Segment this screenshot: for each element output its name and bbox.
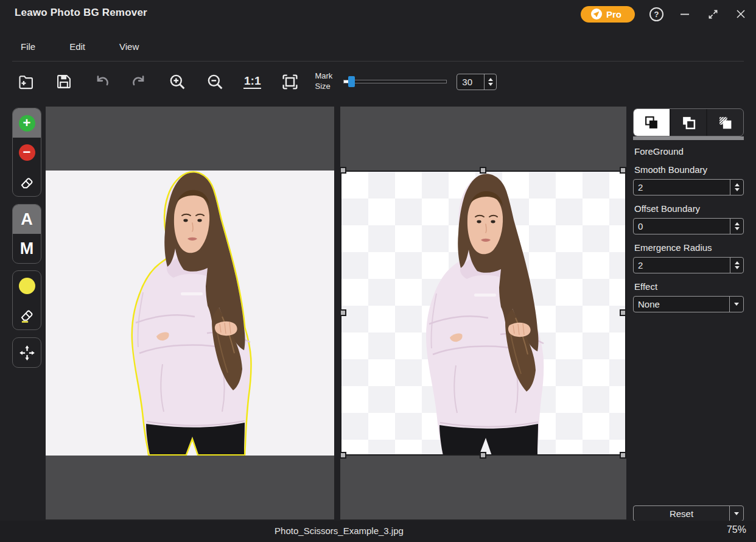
save-icon[interactable] bbox=[55, 72, 73, 91]
slider-track[interactable] bbox=[343, 80, 447, 83]
actual-size-button[interactable]: 1:1 bbox=[243, 72, 261, 91]
reset-button[interactable]: Reset bbox=[633, 505, 744, 521]
keep-marker-button[interactable]: + bbox=[13, 108, 41, 138]
minimize-icon[interactable] bbox=[678, 7, 691, 21]
offset-boundary-input[interactable] bbox=[634, 219, 730, 234]
resize-handle-bottom-left[interactable] bbox=[340, 452, 346, 459]
remove-marker-icon: − bbox=[19, 144, 35, 161]
maximize-icon[interactable] bbox=[706, 7, 719, 21]
reset-dropdown-arrow[interactable] bbox=[729, 506, 743, 521]
menu-edit[interactable]: Edit bbox=[69, 41, 85, 52]
original-image-panel[interactable] bbox=[46, 107, 334, 519]
overlap-tab-icon bbox=[681, 115, 696, 130]
section-title: ForeGround bbox=[634, 146, 744, 157]
emergence-radius-field bbox=[633, 257, 744, 273]
close-icon[interactable] bbox=[734, 7, 747, 21]
emergence-radius-input[interactable] bbox=[634, 258, 730, 273]
smooth-boundary-label: Smooth Boundary bbox=[634, 164, 744, 175]
remove-marker-button[interactable]: − bbox=[13, 138, 41, 167]
pro-label: Pro bbox=[606, 9, 621, 19]
chevron-down-icon bbox=[734, 512, 739, 515]
title-bar: Leawo Photo BG Remover Pro ? bbox=[0, 0, 756, 28]
tab-foreground[interactable] bbox=[634, 109, 670, 136]
photo-subject-with-selection-outline bbox=[125, 171, 259, 456]
tab-background[interactable] bbox=[706, 109, 743, 136]
move-icon bbox=[19, 345, 35, 361]
resize-handle-bottom-middle[interactable] bbox=[480, 452, 486, 459]
smooth-boundary-field bbox=[633, 179, 744, 195]
stepper-up-icon[interactable] bbox=[735, 222, 740, 225]
offset-boundary-label: Offset Boundary bbox=[634, 203, 744, 214]
manual-mode-button[interactable]: M bbox=[13, 234, 41, 263]
preview-image[interactable] bbox=[340, 171, 626, 456]
effect-dropdown[interactable]: None bbox=[633, 296, 744, 312]
stepper-down-icon[interactable] bbox=[735, 227, 740, 230]
mark-size-stepper[interactable] bbox=[484, 74, 496, 90]
app-window: Leawo Photo BG Remover Pro ? bbox=[0, 0, 756, 542]
emergence-radius-stepper[interactable] bbox=[730, 258, 743, 273]
toolbar: 1:1 Mark Size bbox=[17, 62, 741, 102]
preview-image-panel[interactable] bbox=[340, 107, 626, 519]
photo-subject-cutout bbox=[418, 172, 552, 456]
original-image[interactable] bbox=[46, 171, 334, 456]
reset-label: Reset bbox=[634, 506, 729, 521]
chevron-down-icon bbox=[734, 303, 739, 306]
stepper-up-icon[interactable] bbox=[488, 78, 493, 81]
effect-value: None bbox=[634, 297, 729, 312]
smooth-boundary-stepper[interactable] bbox=[730, 180, 743, 195]
hair-marker-icon bbox=[19, 278, 35, 294]
menu-bar: File Edit View bbox=[21, 41, 139, 52]
mark-size-slider[interactable] bbox=[343, 76, 447, 87]
hair-eraser-icon bbox=[19, 307, 35, 323]
mode-tool-group: A M bbox=[12, 204, 41, 264]
redo-icon[interactable] bbox=[130, 72, 149, 91]
tool-column: + − A M bbox=[12, 108, 41, 368]
rocket-icon bbox=[591, 9, 602, 19]
zoom-in-icon[interactable] bbox=[168, 72, 186, 91]
effect-label: Effect bbox=[634, 281, 744, 292]
resize-handle-bottom-right[interactable] bbox=[620, 452, 626, 459]
stepper-up-icon[interactable] bbox=[735, 261, 740, 264]
fit-screen-icon[interactable] bbox=[281, 72, 299, 91]
mark-size-input[interactable] bbox=[457, 74, 484, 90]
filename-label: Photo_Scissors_Example_3.jpg bbox=[0, 526, 678, 536]
pro-badge[interactable]: Pro bbox=[581, 6, 635, 23]
stepper-down-icon[interactable] bbox=[488, 83, 493, 86]
marker-eraser-button[interactable] bbox=[13, 167, 41, 196]
move-tool-group bbox=[12, 337, 41, 368]
zoom-out-icon[interactable] bbox=[206, 72, 224, 91]
auto-mode-label: A bbox=[21, 211, 33, 228]
settings-sidebar: ForeGround Smooth Boundary Offset Bounda… bbox=[633, 108, 744, 519]
resize-handle-middle-left[interactable] bbox=[340, 309, 346, 316]
effect-dropdown-arrow[interactable] bbox=[729, 297, 743, 312]
reset-row: Reset bbox=[633, 505, 744, 521]
open-file-icon[interactable] bbox=[17, 72, 35, 91]
smooth-boundary-input[interactable] bbox=[634, 180, 730, 195]
offset-boundary-field bbox=[633, 218, 744, 234]
hair-marker-button[interactable] bbox=[13, 271, 41, 300]
tab-overlap[interactable] bbox=[670, 109, 707, 136]
stepper-up-icon[interactable] bbox=[735, 183, 740, 186]
emergence-radius-label: Emergence Radius bbox=[634, 242, 744, 253]
move-button[interactable] bbox=[13, 338, 41, 367]
keep-marker-icon: + bbox=[19, 115, 35, 132]
resize-handle-top-right[interactable] bbox=[620, 167, 626, 174]
auto-mode-button[interactable]: A bbox=[13, 205, 41, 234]
resize-handle-middle-right[interactable] bbox=[620, 309, 626, 316]
stepper-down-icon[interactable] bbox=[735, 188, 740, 191]
stepper-down-icon[interactable] bbox=[735, 266, 740, 269]
hair-eraser-button[interactable] bbox=[13, 300, 41, 329]
mark-size-spinbox bbox=[457, 74, 497, 90]
status-bar: Photo_Scissors_Example_3.jpg 75% bbox=[0, 521, 756, 542]
resize-handle-top-left[interactable] bbox=[340, 167, 346, 174]
offset-boundary-stepper[interactable] bbox=[730, 219, 743, 234]
mark-size-label: Mark Size bbox=[315, 71, 332, 92]
menu-view[interactable]: View bbox=[119, 41, 139, 52]
help-icon[interactable]: ? bbox=[649, 7, 663, 21]
eraser-icon bbox=[19, 174, 35, 189]
actual-size-label: 1:1 bbox=[243, 75, 261, 89]
menu-file[interactable]: File bbox=[21, 41, 35, 52]
slider-thumb[interactable] bbox=[348, 76, 355, 87]
undo-icon[interactable] bbox=[93, 72, 111, 91]
resize-handle-top-middle[interactable] bbox=[480, 167, 486, 174]
